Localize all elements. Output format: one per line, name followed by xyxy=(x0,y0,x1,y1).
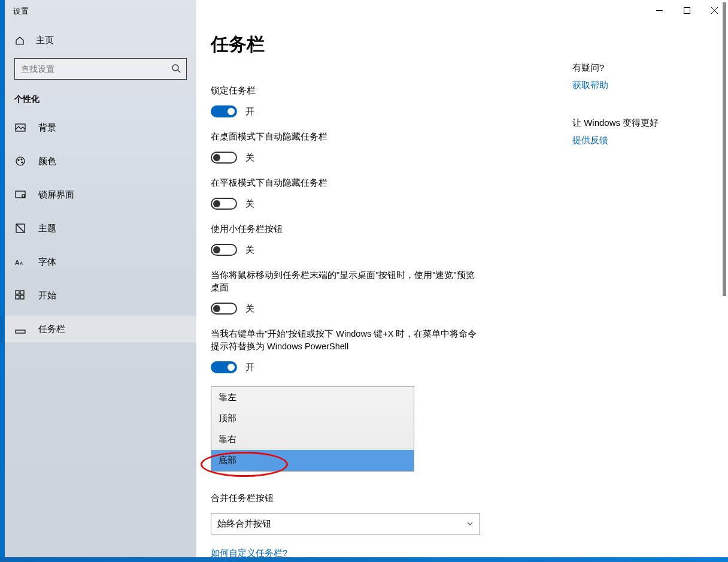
toggle-state-3: 关 xyxy=(245,244,254,256)
dropdown-option-2[interactable]: 靠右 xyxy=(211,429,414,450)
sidebar: 设置 主页 个性化 背景颜色锁屏界面主题AA字体开始任务栏 xyxy=(0,0,196,562)
close-button[interactable] xyxy=(700,0,728,20)
sidebar-item-label: 任务栏 xyxy=(38,324,65,335)
combine-select[interactable]: 始终合并按钮 xyxy=(211,513,480,534)
toggle-label-5: 当我右键单击"开始"按钮或按下 Windows 键+X 时，在菜单中将命令提示符… xyxy=(211,328,480,353)
sidebar-item-5[interactable]: 开始 xyxy=(5,282,196,309)
toggle-0[interactable] xyxy=(211,105,237,117)
window-controls xyxy=(645,0,728,20)
svg-point-3 xyxy=(16,157,25,165)
toggle-label-3: 使用小任务栏按钮 xyxy=(211,223,480,235)
home-label: 主页 xyxy=(36,35,54,46)
sidebar-item-label: 开始 xyxy=(38,290,56,301)
maximize-button[interactable] xyxy=(673,0,700,20)
svg-rect-12 xyxy=(16,291,19,294)
toggle-label-2: 在平板模式下自动隐藏任务栏 xyxy=(211,177,480,189)
toggle-label-0: 锁定任务栏 xyxy=(211,84,480,97)
svg-point-5 xyxy=(21,159,22,160)
toggle-5[interactable] xyxy=(211,361,237,373)
lockscreen-icon xyxy=(14,189,26,201)
search-input[interactable] xyxy=(14,58,187,80)
theme-icon xyxy=(14,222,26,234)
sidebar-item-label: 锁屏界面 xyxy=(38,189,74,201)
toggle-1[interactable] xyxy=(211,152,237,164)
feedback-link[interactable]: 提供反馈 xyxy=(572,135,608,145)
home-icon xyxy=(14,35,25,46)
svg-text:A: A xyxy=(20,261,23,266)
combine-value: 始终合并按钮 xyxy=(217,518,271,530)
scrollbar[interactable] xyxy=(721,1,727,561)
svg-rect-13 xyxy=(20,291,24,294)
svg-point-6 xyxy=(22,162,23,163)
section-label: 个性化 xyxy=(5,92,196,114)
svg-line-1 xyxy=(178,70,180,72)
dropdown-option-3[interactable]: 底部 xyxy=(211,450,414,471)
toggle-4[interactable] xyxy=(211,303,237,315)
toggle-label-4: 当你将鼠标移动到任务栏末端的"显示桌面"按钮时，使用"速览"预览桌面 xyxy=(211,269,480,294)
toggle-label-1: 在桌面模式下自动隐藏任务栏 xyxy=(211,131,480,143)
sidebar-item-label: 字体 xyxy=(38,256,56,268)
toggle-3[interactable] xyxy=(211,244,237,256)
help-title: 有疑问? xyxy=(572,62,710,74)
minimize-button[interactable] xyxy=(645,0,673,20)
dropdown-option-1[interactable]: 顶部 xyxy=(211,408,414,429)
home-button[interactable]: 主页 xyxy=(5,28,196,53)
sidebar-item-2[interactable]: 锁屏界面 xyxy=(5,182,196,208)
help-link[interactable]: 获取帮助 xyxy=(572,80,608,90)
desktop-background xyxy=(0,557,728,562)
svg-text:A: A xyxy=(15,259,20,266)
sidebar-item-4[interactable]: AA字体 xyxy=(5,249,196,275)
image-icon xyxy=(14,122,26,134)
svg-point-0 xyxy=(172,65,178,71)
sidebar-item-label: 背景 xyxy=(38,122,56,134)
toggle-state-4: 关 xyxy=(245,303,254,315)
svg-rect-8 xyxy=(22,195,25,197)
toggle-state-0: 开 xyxy=(245,106,254,117)
svg-rect-15 xyxy=(20,295,24,299)
sidebar-item-label: 主题 xyxy=(38,223,56,234)
toggle-state-5: 开 xyxy=(245,362,254,373)
sidebar-item-1[interactable]: 颜色 xyxy=(5,148,196,174)
palette-icon xyxy=(14,155,26,167)
toggle-2[interactable] xyxy=(211,198,237,210)
window-title: 设置 xyxy=(5,0,196,28)
sidebar-item-label: 颜色 xyxy=(38,156,56,167)
font-icon: AA xyxy=(14,256,26,268)
svg-point-4 xyxy=(18,159,19,161)
feedback-title: 让 Windows 变得更好 xyxy=(572,117,710,129)
sidebar-item-6[interactable]: 任务栏 xyxy=(5,316,196,342)
page-title: 任务栏 xyxy=(211,32,702,57)
dropdown-option-0[interactable]: 靠左 xyxy=(211,387,414,408)
taskbar-location-dropdown[interactable]: 靠左顶部靠右底部 xyxy=(211,386,414,472)
combine-label: 合并任务栏按钮 xyxy=(211,492,480,504)
start-icon xyxy=(14,289,26,301)
chevron-down-icon xyxy=(466,520,474,527)
taskbar-icon xyxy=(14,323,26,335)
search-input-wrap xyxy=(14,58,187,80)
sidebar-item-3[interactable]: 主题 xyxy=(5,215,196,241)
sidebar-item-0[interactable]: 背景 xyxy=(5,114,196,141)
svg-rect-18 xyxy=(684,7,690,13)
right-help-column: 有疑问? 获取帮助 让 Windows 变得更好 提供反馈 xyxy=(572,62,710,173)
main-content: 任务栏 锁定任务栏开在桌面模式下自动隐藏任务栏关在平板模式下自动隐藏任务栏关使用… xyxy=(196,0,728,562)
svg-rect-14 xyxy=(16,295,19,299)
toggle-state-1: 关 xyxy=(245,152,254,164)
search-icon xyxy=(171,64,181,73)
toggle-state-2: 关 xyxy=(245,198,254,210)
svg-rect-16 xyxy=(16,330,25,333)
